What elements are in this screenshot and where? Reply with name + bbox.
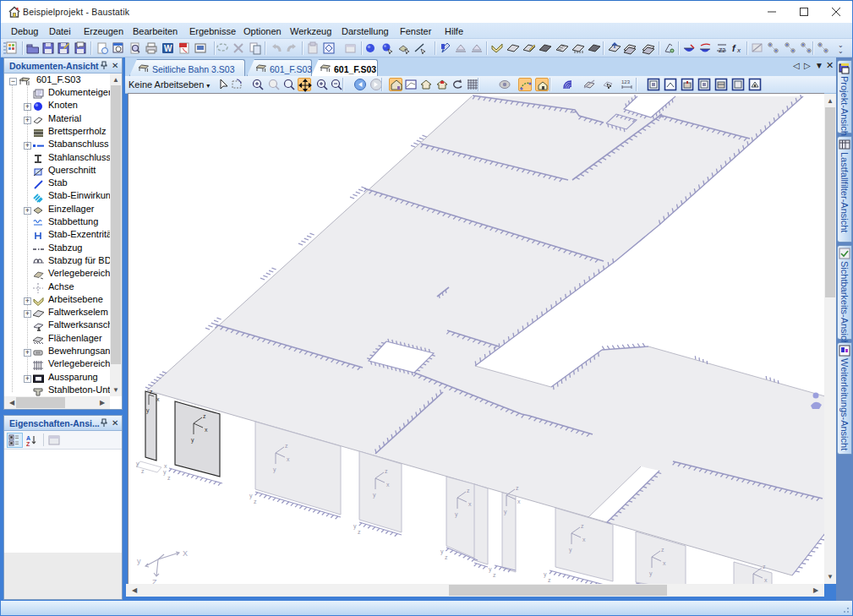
svg-text:y: y (440, 548, 444, 555)
svg-text:z: z (548, 577, 551, 583)
svg-text:z: z (150, 389, 153, 395)
svg-text:z: z (493, 572, 496, 578)
svg-text:y: y (544, 571, 547, 578)
svg-text:x: x (663, 560, 666, 566)
svg-text:x: x (582, 537, 586, 542)
svg-text:y: y (569, 547, 572, 553)
svg-text:y: y (489, 566, 492, 573)
svg-text:x: x (517, 499, 521, 504)
svg-text:y: y (249, 493, 253, 499)
svg-text:x: x (287, 456, 290, 462)
svg-text:z: z (141, 468, 145, 474)
svg-text:y: y (146, 407, 150, 414)
svg-text:x: x (468, 501, 472, 507)
svg-text:z: z (581, 523, 584, 529)
svg-text:y: y (649, 570, 653, 577)
svg-text:z: z (358, 529, 361, 535)
svg-text:x: x (386, 482, 390, 488)
svg-text:y: y (273, 466, 276, 473)
svg-text:z: z (203, 413, 206, 419)
svg-text:Z2: Z2 (719, 47, 725, 53)
svg-text:Z: Z (26, 441, 30, 446)
svg-text:z: z (516, 485, 519, 491)
svg-text:x: x (764, 577, 768, 583)
svg-text:z: z (763, 564, 766, 570)
svg-text:y: y (137, 557, 141, 565)
svg-text:z: z (385, 468, 388, 474)
svg-text:y: y (163, 469, 167, 476)
svg-text:X: X (183, 549, 188, 558)
svg-text:y: y (191, 437, 194, 444)
svg-text:y: y (373, 492, 376, 499)
svg-text:z: z (254, 499, 257, 504)
svg-text:y: y (353, 523, 357, 530)
svg-text:123: 123 (621, 79, 631, 84)
svg-text:W: W (164, 44, 172, 53)
svg-text:z: z (661, 547, 664, 553)
svg-text:z: z (285, 443, 288, 449)
svg-text:z: z (445, 554, 448, 560)
svg-text:f: f (732, 43, 736, 53)
svg-text:z: z (467, 488, 470, 493)
svg-text:x: x (205, 427, 208, 433)
svg-text:z: z (167, 475, 171, 481)
svg-text:A: A (26, 435, 30, 441)
svg-text:y: y (136, 461, 139, 467)
svg-text:x: x (156, 396, 160, 402)
svg-text:y: y (504, 509, 507, 515)
svg-text:x: x (736, 46, 741, 54)
svg-text:y: y (455, 511, 458, 518)
svg-text:x: x (164, 463, 167, 469)
